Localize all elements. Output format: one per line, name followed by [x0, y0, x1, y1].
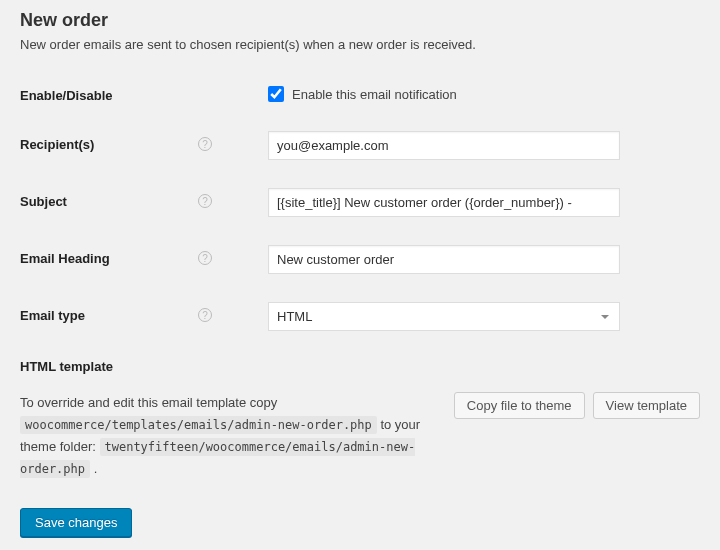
recipient-label: Recipient(s)	[20, 137, 94, 152]
copy-file-button[interactable]: Copy file to theme	[454, 392, 585, 419]
heading-label: Email Heading	[20, 251, 110, 266]
type-label: Email type	[20, 308, 85, 323]
template-heading: HTML template	[20, 359, 700, 374]
page-description: New order emails are sent to chosen reci…	[20, 37, 700, 52]
enable-checkbox-text: Enable this email notification	[292, 87, 457, 102]
page-title: New order	[20, 10, 700, 31]
heading-input[interactable]	[268, 245, 620, 274]
template-instructions: To override and edit this email template…	[20, 392, 438, 480]
template-text-after: .	[94, 461, 98, 476]
enable-checkbox[interactable]	[268, 86, 284, 102]
email-type-select[interactable]: HTML	[268, 302, 620, 331]
help-icon[interactable]: ?	[198, 251, 212, 265]
template-source-path: woocommerce/templates/emails/admin-new-o…	[20, 416, 377, 434]
help-icon[interactable]: ?	[198, 308, 212, 322]
template-text-before: To override and edit this email template…	[20, 395, 277, 410]
view-template-button[interactable]: View template	[593, 392, 700, 419]
recipient-input[interactable]	[268, 131, 620, 160]
help-icon[interactable]: ?	[198, 137, 212, 151]
enable-label: Enable/Disable	[20, 82, 220, 103]
subject-label: Subject	[20, 194, 67, 209]
save-button[interactable]: Save changes	[20, 508, 132, 537]
help-icon[interactable]: ?	[198, 194, 212, 208]
subject-input[interactable]	[268, 188, 620, 217]
